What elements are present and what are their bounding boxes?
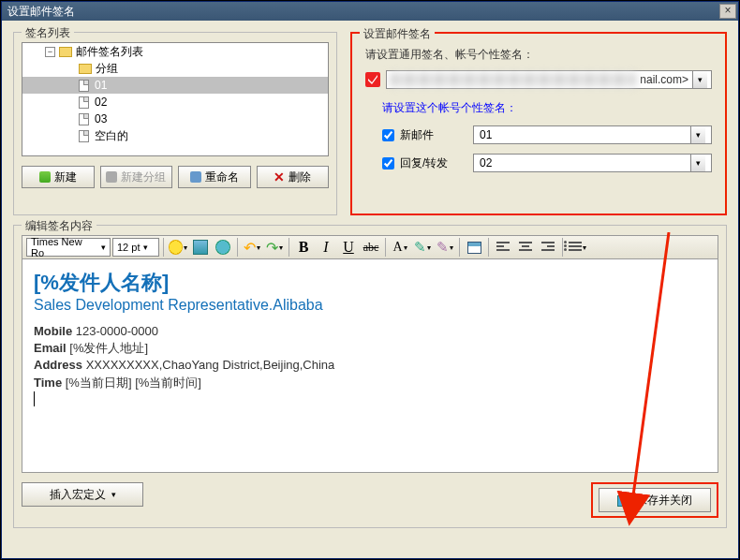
tree-root[interactable]: − 邮件签名列表 bbox=[22, 43, 328, 60]
font-family-select[interactable]: Times New Ro▾ bbox=[26, 238, 111, 257]
tree-label: 空白的 bbox=[95, 128, 128, 144]
separator bbox=[488, 238, 489, 257]
dialog-window: 设置邮件签名 × 签名列表 − 邮件签名列表 分组 bbox=[1, 1, 739, 559]
email-line: Email [%发件人地址] bbox=[34, 340, 706, 357]
emoji-button[interactable]: ▾ bbox=[168, 237, 188, 258]
table-icon bbox=[467, 242, 481, 254]
reply-forward-select[interactable]: 02 ▾ bbox=[473, 154, 712, 172]
new-group-button[interactable]: 新建分组 bbox=[100, 166, 173, 188]
signature-editor[interactable]: [%发件人名称] Sales Development Representativ… bbox=[22, 259, 718, 473]
tree-label: 03 bbox=[95, 112, 107, 125]
underline-button[interactable]: U bbox=[338, 237, 359, 258]
account-select[interactable]: nail.com> ▾ bbox=[386, 70, 712, 89]
globe-icon bbox=[215, 240, 230, 255]
chevron-down-icon[interactable]: ▾ bbox=[690, 126, 705, 143]
close-icon[interactable]: × bbox=[719, 4, 736, 19]
insert-image-button[interactable] bbox=[190, 237, 211, 258]
delete-icon: ✕ bbox=[274, 172, 285, 182]
separator bbox=[289, 238, 289, 257]
new-mail-label: 新邮件 bbox=[400, 127, 467, 143]
delete-button[interactable]: ✕删除 bbox=[257, 166, 330, 188]
strike-button[interactable]: abc bbox=[361, 237, 381, 258]
chevron-down-icon: ▾ bbox=[143, 243, 148, 252]
insert-macro-button[interactable]: 插入宏定义▾ bbox=[22, 482, 143, 507]
rename-icon bbox=[190, 171, 201, 183]
window-title: 设置邮件签名 bbox=[7, 4, 719, 20]
sub-prompt: 请设置这个帐号个性签名： bbox=[382, 100, 712, 116]
align-center-icon bbox=[519, 242, 532, 253]
rename-button[interactable]: 重命名 bbox=[178, 166, 251, 188]
image-icon bbox=[193, 240, 208, 255]
folder-icon bbox=[59, 47, 72, 57]
panel-title: 签名列表 bbox=[22, 25, 74, 41]
new-button[interactable]: 新建 bbox=[22, 166, 95, 188]
italic-button[interactable]: I bbox=[316, 237, 336, 258]
undo-button[interactable]: ↶▾ bbox=[242, 237, 262, 258]
list-icon bbox=[569, 242, 582, 253]
tree-label: 02 bbox=[95, 96, 107, 109]
align-left-icon bbox=[496, 242, 510, 253]
editor-toolbar: Times New Ro▾ 12 pt▾ ▾ ↶▾ ↷▾ B I U abc A… bbox=[22, 235, 718, 259]
collapse-icon[interactable]: − bbox=[45, 47, 55, 57]
font-color-button[interactable]: A▾ bbox=[390, 237, 410, 258]
align-left-button[interactable] bbox=[493, 237, 513, 258]
smile-icon bbox=[169, 240, 183, 255]
align-right-button[interactable] bbox=[538, 237, 558, 258]
sender-role: Sales Development Representative.Alibaba bbox=[34, 297, 706, 314]
chevron-down-icon[interactable]: ▾ bbox=[692, 71, 707, 88]
new-group-icon bbox=[106, 171, 117, 183]
separator bbox=[459, 238, 460, 257]
account-suffix: nail.com> bbox=[636, 73, 692, 86]
reply-forward-label: 回复/转发 bbox=[400, 155, 467, 171]
tree-label: 邮件签名列表 bbox=[76, 44, 143, 60]
separator bbox=[562, 238, 563, 257]
document-icon bbox=[79, 96, 89, 109]
font-size-select[interactable]: 12 pt▾ bbox=[112, 238, 159, 257]
folder-icon bbox=[79, 64, 92, 74]
chevron-down-icon: ▾ bbox=[101, 243, 106, 252]
bg-color-button[interactable]: ✎▾ bbox=[435, 237, 455, 258]
tree-item[interactable]: 03 bbox=[22, 111, 328, 127]
tree-group[interactable]: 分组 bbox=[22, 60, 328, 77]
redo-button[interactable]: ↷▾ bbox=[264, 237, 285, 258]
tree-item[interactable]: 01 bbox=[22, 77, 328, 94]
tree-item[interactable]: 02 bbox=[22, 94, 328, 111]
redo-icon: ↷ bbox=[266, 239, 278, 257]
tree-label: 分组 bbox=[96, 61, 118, 77]
reply-forward-checkbox[interactable] bbox=[382, 157, 394, 169]
signature-list-panel: 签名列表 − 邮件签名列表 分组 01 bbox=[13, 32, 337, 215]
save-highlight: 保存并关闭 bbox=[591, 482, 718, 518]
insert-table-button[interactable] bbox=[464, 237, 484, 258]
tree-label: 01 bbox=[95, 79, 107, 92]
sender-name-placeholder: [%发件人名称] bbox=[34, 269, 706, 297]
insert-link-button[interactable] bbox=[213, 237, 233, 258]
separator bbox=[163, 238, 164, 257]
new-mail-checkbox[interactable] bbox=[382, 129, 394, 141]
separator bbox=[237, 238, 238, 257]
account-icon bbox=[365, 72, 380, 87]
bold-button[interactable]: B bbox=[293, 237, 314, 258]
chevron-down-icon[interactable]: ▾ bbox=[690, 155, 705, 171]
document-icon bbox=[79, 113, 89, 125]
save-and-close-button[interactable]: 保存并关闭 bbox=[599, 488, 711, 512]
address-line: Address XXXXXXXXX,ChaoYang District,Beij… bbox=[34, 357, 706, 374]
new-icon bbox=[39, 171, 51, 183]
list-button[interactable]: ▾ bbox=[567, 237, 587, 258]
document-icon bbox=[79, 80, 89, 92]
titlebar: 设置邮件签名 × bbox=[2, 2, 738, 21]
panel-title: 设置邮件签名 bbox=[360, 26, 435, 42]
config-prompt: 请设置通用签名、帐号个性签名： bbox=[365, 47, 712, 63]
save-icon bbox=[617, 494, 630, 507]
document-icon bbox=[79, 130, 89, 142]
highlight-button[interactable]: ✎▾ bbox=[412, 237, 433, 258]
tree-item[interactable]: 空白的 bbox=[22, 127, 328, 144]
separator bbox=[385, 238, 386, 257]
undo-icon: ↶ bbox=[244, 239, 256, 257]
signature-tree[interactable]: − 邮件签名列表 分组 01 02 bbox=[22, 42, 329, 156]
time-line: Time [%当前日期] [%当前时间] bbox=[34, 375, 706, 391]
text-cursor bbox=[34, 391, 35, 406]
new-mail-select[interactable]: 01 ▾ bbox=[473, 125, 712, 144]
mobile-line: Mobile 123-0000-0000 bbox=[34, 323, 706, 340]
align-center-button[interactable] bbox=[515, 237, 536, 258]
paint-icon: ✎ bbox=[437, 239, 449, 256]
